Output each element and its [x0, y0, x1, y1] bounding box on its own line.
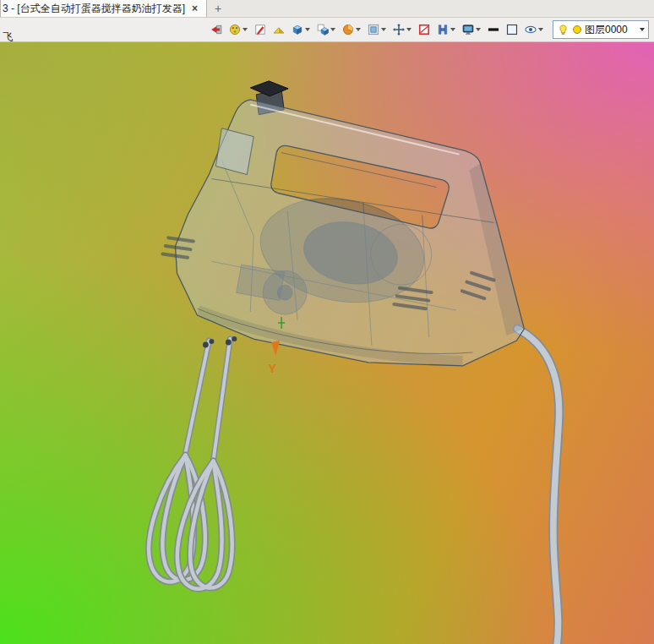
toolbar-button-display[interactable] — [460, 20, 482, 39]
tab-bar: 3 - [台式全自动打蛋器搅拌器奶油打发器] × + — [0, 0, 654, 18]
boolean-cube-icon — [316, 24, 329, 36]
y-axis-label: Y — [268, 361, 276, 375]
document-tab-title: 3 - [台式全自动打蛋器搅拌器奶油打发器] — [3, 2, 185, 16]
toolbar-button-grid[interactable] — [434, 20, 457, 39]
palette-icon — [228, 24, 241, 36]
chevron-down-icon — [356, 28, 361, 31]
main-toolbar: 飞 — [0, 18, 654, 42]
wedge-icon — [272, 24, 285, 36]
chevron-down-icon — [305, 28, 310, 31]
toolbar-button-move[interactable] — [390, 20, 413, 39]
chevron-down-icon[interactable] — [640, 28, 645, 31]
toolbar-button-revolve[interactable] — [340, 20, 362, 39]
toolbar-button-visibility[interactable] — [522, 20, 545, 39]
new-tab-button[interactable]: + — [207, 0, 229, 17]
chevron-down-icon — [381, 28, 386, 31]
chevron-down-icon — [538, 28, 543, 31]
move-icon — [392, 24, 405, 36]
toolbar-button-boolean[interactable] — [314, 20, 337, 39]
layer-name-label: 图层0000 — [585, 23, 635, 37]
corner-glyph: 飞 — [2, 31, 13, 41]
window-icon — [417, 24, 430, 36]
chevron-down-icon — [476, 28, 481, 31]
toolbar-button-import[interactable] — [208, 20, 224, 39]
toolbar-button-linewidth[interactable] — [485, 20, 501, 39]
eye-icon — [524, 24, 537, 36]
viewport-3d[interactable]: Y — [0, 42, 654, 644]
background-swatch-icon — [505, 24, 518, 36]
grid-icon — [436, 24, 449, 36]
pen-icon — [253, 24, 266, 36]
chevron-down-icon — [243, 28, 248, 31]
layer-color-dot — [573, 25, 581, 34]
sphere-icon — [341, 24, 354, 36]
mixer-model: Y — [0, 42, 654, 644]
cube-icon — [291, 24, 303, 36]
chevron-down-icon — [406, 28, 411, 31]
layer-visibility-bulb-icon — [557, 24, 570, 36]
chevron-down-icon — [330, 28, 335, 31]
toolbar-button-extrude[interactable] — [289, 20, 312, 39]
layer-selector[interactable]: 图层0000 — [553, 20, 649, 39]
chevron-down-icon — [450, 28, 455, 31]
toolbar-button-window[interactable] — [416, 20, 432, 39]
toolbar-button-sketch-pen[interactable] — [252, 20, 268, 39]
toolbar-button-plane[interactable] — [365, 20, 388, 39]
plane-icon — [367, 24, 379, 36]
monitor-icon — [461, 24, 474, 36]
toolbar-button-material-color[interactable] — [226, 20, 249, 39]
toolbar-button-solid-wedge[interactable] — [270, 20, 286, 39]
document-tab[interactable]: 3 - [台式全自动打蛋器搅拌器奶油打发器] × — [0, 0, 207, 17]
tab-close-icon[interactable]: × — [190, 3, 199, 14]
line-width-icon — [487, 24, 499, 36]
toolbar-button-background[interactable] — [504, 20, 520, 39]
app-window: 3 - [台式全自动打蛋器搅拌器奶油打发器] × + 飞 — [0, 0, 654, 644]
import-icon — [210, 24, 222, 36]
